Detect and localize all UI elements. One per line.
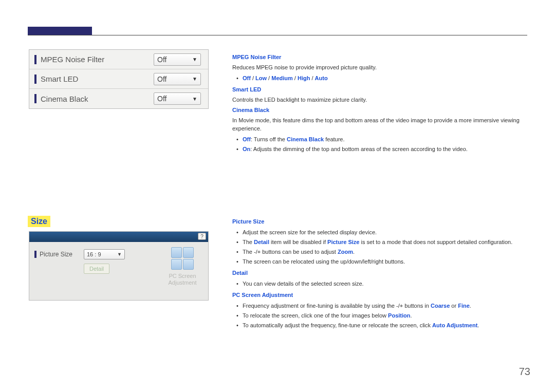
cinema-black-select[interactable]: Off ▼ <box>154 92 201 105</box>
options-list: Off / Low / Medium / High / Auto <box>232 74 530 83</box>
settings-panel-size: ? Picture Size 16 : 9 ▼ Detail PC Screen… <box>29 231 209 301</box>
mpeg-noise-select[interactable]: Off ▼ <box>154 53 201 66</box>
desc-mpeg-noise: Reduces MPEG noise to provide improved p… <box>232 64 530 72</box>
bullet-position: To relocate the screen, click one of the… <box>232 311 530 320</box>
settings-panel-noise: MPEG Noise Filter Off ▼ Smart LED Off ▼ … <box>29 49 209 109</box>
option-high: High <box>298 75 310 81</box>
bullet-adjust-size: Adjust the screen size for the selected … <box>232 228 530 237</box>
desc-cinema-black: In Movie mode, this feature dims the top… <box>232 117 530 133</box>
pc-screen-adjust-icon[interactable] <box>171 247 194 270</box>
row-marker <box>34 94 36 103</box>
chevron-down-icon: ▼ <box>117 252 122 257</box>
row-picture-size: Picture Size 16 : 9 ▼ <box>34 247 162 262</box>
bullet-frequency: Frequency adjustment or fine-tuning is a… <box>232 302 530 310</box>
row-label: Smart LED <box>41 74 154 83</box>
panel-titlebar: ? <box>29 232 208 242</box>
row-label: Picture Size <box>40 251 84 258</box>
heading-cinema-black: Cinema Black <box>232 106 530 115</box>
row-label: Cinema Black <box>41 95 154 103</box>
section-heading-size: Size <box>28 216 50 227</box>
description-noise-section: MPEG Noise Filter Reduces MPEG noise to … <box>232 53 530 157</box>
row-marker <box>34 55 36 64</box>
select-value: Off <box>157 55 166 64</box>
option-low: Low <box>255 75 267 81</box>
chevron-down-icon: ▼ <box>192 76 197 82</box>
desc-smart-led: Controls the LED backlight to maximize p… <box>232 96 530 104</box>
bullet-auto-adjust: To automatically adjust the frequency, f… <box>232 321 530 330</box>
bullet-cinema-on: On: Adjusts the dimming of the top and b… <box>232 145 530 154</box>
heading-pc-screen-adjustment: PC Screen Adjustment <box>232 291 530 300</box>
pc-screen-label-2: Adjustment <box>162 279 203 286</box>
bullet-detail-disabled: The Detail item will be disabled if Pict… <box>232 238 530 247</box>
bullet-zoom: The -/+ buttons can be used to adjust Zo… <box>232 248 530 256</box>
help-icon[interactable]: ? <box>198 233 206 240</box>
heading-mpeg-noise-filter: MPEG Noise Filter <box>232 53 530 62</box>
option-auto: Auto <box>315 75 328 81</box>
page-number: 73 <box>519 366 530 378</box>
chevron-down-icon: ▼ <box>192 57 197 62</box>
row-mpeg-noise-filter: MPEG Noise Filter Off ▼ <box>29 50 208 69</box>
option-off: Off <box>243 75 251 81</box>
heading-smart-led: Smart LED <box>232 86 530 94</box>
pc-screen-label-1: PC Screen <box>162 273 203 279</box>
bullet-relocate: The screen can be relocated using the up… <box>232 257 530 266</box>
bullet-view-details: You can view details of the selected scr… <box>232 279 530 288</box>
row-label: MPEG Noise Filter <box>41 55 154 64</box>
select-value: Off <box>157 75 166 83</box>
smart-led-select[interactable]: Off ▼ <box>154 73 201 85</box>
heading-picture-size: Picture Size <box>232 218 530 226</box>
header-rule <box>28 35 527 35</box>
chevron-down-icon: ▼ <box>192 96 197 102</box>
description-size-section: Picture Size Adjust the screen size for … <box>232 218 530 333</box>
detail-button[interactable]: Detail <box>84 264 109 274</box>
picture-size-select[interactable]: 16 : 9 ▼ <box>84 249 125 259</box>
select-value: Off <box>157 95 166 103</box>
bullet-cinema-off: Off: Turns off the Cinema Black feature. <box>232 135 530 144</box>
option-medium: Medium <box>271 75 293 81</box>
heading-detail: Detail <box>232 269 530 277</box>
row-cinema-black: Cinema Black Off ▼ <box>29 89 208 108</box>
select-value: 16 : 9 <box>87 251 101 257</box>
row-marker <box>34 74 36 84</box>
row-marker <box>34 251 36 258</box>
header-accent-bar <box>28 27 92 35</box>
row-smart-led: Smart LED Off ▼ <box>29 69 208 89</box>
